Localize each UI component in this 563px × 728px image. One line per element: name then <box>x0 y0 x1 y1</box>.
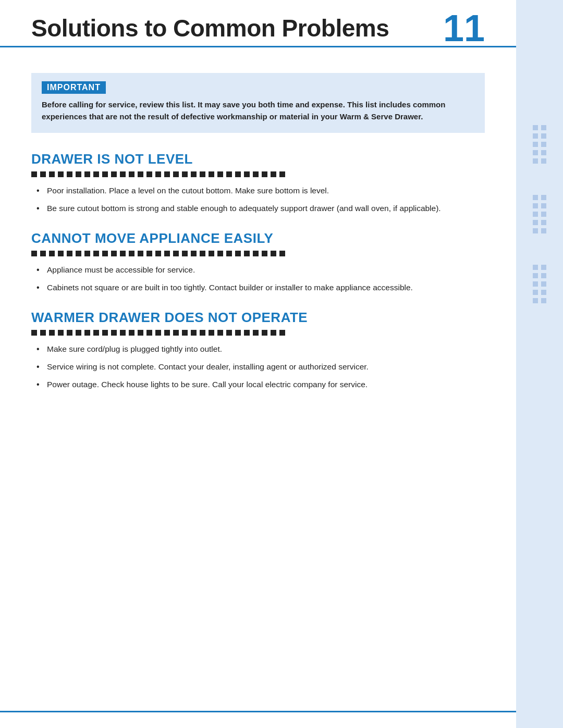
section-1-divider <box>31 171 485 177</box>
list-item: Power outage. Check house lights to be s… <box>36 378 485 391</box>
important-text: Before calling for service, review this … <box>42 99 474 122</box>
page-title: Solutions to Common Problems <box>31 14 389 42</box>
content-area: IMPORTANT Before calling for service, re… <box>31 57 485 396</box>
page-header: Solutions to Common Problems 11 <box>0 9 516 47</box>
important-box: IMPORTANT Before calling for service, re… <box>31 73 485 133</box>
list-item: Service wiring is not complete. Contact … <box>36 361 485 373</box>
list-item: Be sure cutout bottom is strong and stab… <box>36 202 485 215</box>
section-drawer-not-level: DRAWER IS NOT LEVEL Poor installation. P… <box>31 151 485 215</box>
section-3-divider <box>31 330 485 336</box>
bottom-divider-line <box>0 711 516 712</box>
right-dots-group-3 <box>533 265 546 303</box>
section-2-title: CANNOT MOVE APPLIANCE EASILY <box>31 230 485 246</box>
list-item: Poor installation. Place a level on the … <box>36 184 485 197</box>
section-1-title: DRAWER IS NOT LEVEL <box>31 151 485 167</box>
section-warmer-drawer: WARMER DRAWER DOES NOT OPERATE Make sure… <box>31 310 485 391</box>
section-2-bullets: Appliance must be accessible for service… <box>31 264 485 294</box>
right-dots-group-1 <box>533 125 546 164</box>
list-item: Make sure cord/plug is plugged tightly i… <box>36 343 485 355</box>
section-cannot-move-appliance: CANNOT MOVE APPLIANCE EASILY Appliance m… <box>31 230 485 294</box>
important-label: IMPORTANT <box>42 81 106 94</box>
right-dots-group-2 <box>533 195 546 233</box>
section-2-divider <box>31 251 485 256</box>
section-3-title: WARMER DRAWER DOES NOT OPERATE <box>31 310 485 326</box>
main-content: Solutions to Common Problems 11 IMPORTAN… <box>0 0 516 728</box>
right-decorative-panel <box>516 0 563 728</box>
list-item: Appliance must be accessible for service… <box>36 264 485 276</box>
list-item: Cabinets not square or are built in too … <box>36 281 485 294</box>
page-number: 11 <box>443 9 485 47</box>
section-3-bullets: Make sure cord/plug is plugged tightly i… <box>31 343 485 391</box>
section-1-bullets: Poor installation. Place a level on the … <box>31 184 485 215</box>
